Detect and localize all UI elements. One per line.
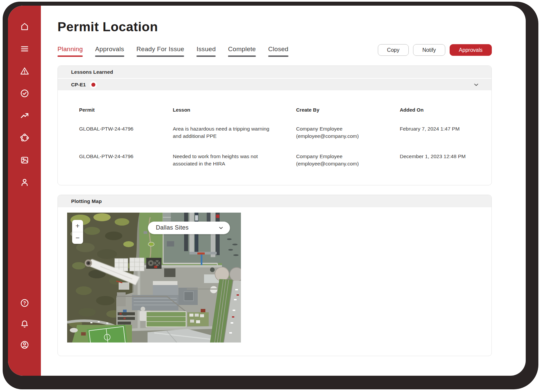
tab-bar: Planning Approvals Ready For Issue Issue… <box>57 44 492 57</box>
lessons-learned-title: Lessons Learned <box>71 69 113 75</box>
main-content: Permit Location Planning Approvals Ready… <box>41 6 526 376</box>
zoom-in-button[interactable]: + <box>72 220 83 232</box>
tab-ready-for-issue[interactable]: Ready For Issue <box>137 44 184 57</box>
app-window: ? Permit Location Planning Approvals Rea… <box>8 6 526 376</box>
create-by-name: Company Employee <box>296 153 400 160</box>
tab-closed[interactable]: Closed <box>268 44 288 57</box>
notify-button[interactable]: Notify <box>413 44 445 56</box>
status-dot <box>90 81 97 88</box>
svg-text:?: ? <box>23 301 26 306</box>
col-create-by: Create By <box>296 107 400 113</box>
tab-complete[interactable]: Complete <box>228 44 256 57</box>
trending-up-icon[interactable] <box>20 111 30 121</box>
hub-icon[interactable] <box>20 133 30 143</box>
alert-triangle-icon[interactable] <box>20 66 30 76</box>
lessons-learned-header: Lessons Learned <box>58 66 491 78</box>
map-zoom-control: + − <box>72 220 83 244</box>
chevron-down-icon <box>218 225 224 231</box>
image-icon[interactable] <box>20 155 30 165</box>
lessons-table-header: Permit Lesson Create By Added On <box>79 107 478 113</box>
cell-create-by: Company Employee (employee@company.com) <box>296 125 400 140</box>
sidebar-top-group <box>20 22 30 187</box>
table-row: GLOBAL-PTW-24-4796 Needed to work from h… <box>79 153 478 168</box>
tab-issued[interactable]: Issued <box>196 44 216 57</box>
action-buttons: Copy Notify Approvals <box>378 44 492 56</box>
copy-button[interactable]: Copy <box>378 44 409 56</box>
sidebar-bottom-group: ? <box>20 298 30 350</box>
tab-approvals[interactable]: Approvals <box>95 44 124 57</box>
sidebar: ? <box>8 6 41 376</box>
menu-icon[interactable] <box>20 44 30 54</box>
site-selector-dropdown[interactable]: Dallas Sites <box>148 222 230 234</box>
col-lesson: Lesson <box>173 107 296 113</box>
create-by-email: (employee@company.com) <box>296 160 400 167</box>
col-added-on: Added On <box>400 107 478 113</box>
create-by-email: (employee@company.com) <box>296 133 400 140</box>
chevron-down-icon[interactable] <box>473 81 480 88</box>
table-row: GLOBAL-PTW-24-4796 Area is hazardous nee… <box>79 125 478 140</box>
help-icon[interactable]: ? <box>20 298 30 308</box>
user-icon[interactable] <box>20 177 30 187</box>
cell-added-on: December 1, 2023 12:48 PM <box>400 153 478 168</box>
account-circle-icon[interactable] <box>20 340 30 350</box>
tab-planning[interactable]: Planning <box>57 44 83 57</box>
map-viewport[interactable]: + − Dallas Sites <box>67 213 241 343</box>
cell-lesson: Area is hazardous need a tripping warnin… <box>173 125 272 140</box>
plotting-map-title: Plotting Map <box>71 198 102 204</box>
cell-permit: GLOBAL-PTW-24-4796 <box>79 125 173 140</box>
zoom-out-button[interactable]: − <box>72 232 83 244</box>
tabs: Planning Approvals Ready For Issue Issue… <box>57 44 288 57</box>
cell-lesson: Needed to work from heights was not asso… <box>173 153 272 168</box>
create-by-name: Company Employee <box>296 125 400 133</box>
device-frame: ? Permit Location Planning Approvals Rea… <box>3 2 538 389</box>
approvals-button[interactable]: Approvals <box>450 44 492 56</box>
plotting-map-card: Plotting Map <box>57 195 492 356</box>
site-selector-value: Dallas Sites <box>156 224 189 231</box>
cell-permit: GLOBAL-PTW-24-4796 <box>79 153 173 168</box>
col-permit: Permit <box>79 107 173 113</box>
lessons-group-row[interactable]: CP-E1 <box>58 78 491 90</box>
bell-icon[interactable] <box>20 319 30 329</box>
cell-create-by: Company Employee (employee@company.com) <box>296 153 400 168</box>
lessons-learned-card: Lessons Learned CP-E1 Permit Lesson Crea… <box>57 65 492 185</box>
group-label: CP-E1 <box>71 82 86 87</box>
page-title: Permit Location <box>57 20 492 34</box>
lessons-table: Permit Lesson Create By Added On GLOBAL-… <box>58 90 491 185</box>
check-circle-icon[interactable] <box>20 88 30 98</box>
cell-added-on: February 7, 2024 1:47 PM <box>400 125 478 140</box>
home-icon[interactable] <box>20 22 30 32</box>
plotting-map-header: Plotting Map <box>58 195 491 207</box>
